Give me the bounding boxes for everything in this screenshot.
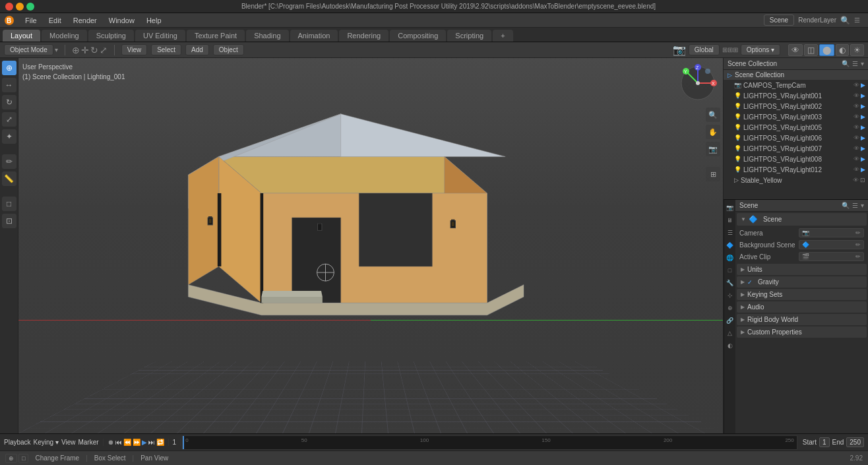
custom-properties-section-header[interactable]: ▶ Custom Properties (737, 326, 867, 338)
prop-output-icon[interactable]: 🖥 (725, 215, 735, 226)
move-tool-icon[interactable]: ✛ (81, 45, 89, 55)
menu-edit[interactable]: Edit (44, 15, 67, 26)
tab-shading[interactable]: Shading (246, 30, 288, 42)
eye-icon-2[interactable]: 👁 (853, 92, 859, 99)
prop-modifier-icon[interactable]: 🔧 (725, 278, 735, 288)
mode-dropdown-icon[interactable]: ▾ (55, 46, 58, 53)
menu-window[interactable]: Window (104, 15, 140, 26)
scale-tool[interactable]: ⤢ (2, 112, 16, 127)
menu-help[interactable]: Help (141, 15, 167, 26)
step-fwd-button[interactable]: ⏩ (133, 439, 140, 446)
viewport-camera-icon[interactable]: 📷 (673, 44, 686, 56)
tab-animation[interactable]: Animation (290, 30, 338, 42)
prop-constraints-icon[interactable]: 🔗 (725, 315, 735, 326)
eye-icon-6[interactable]: 👁 (853, 135, 859, 141)
measure-tool[interactable]: 📏 (2, 171, 16, 186)
prop-world-icon[interactable]: 🌐 (725, 253, 735, 263)
prop-render-icon[interactable]: 📷 (725, 202, 735, 213)
props-search-icon[interactable]: 🔍 (842, 202, 850, 209)
eye-icon-7[interactable]: 👁 (853, 145, 859, 152)
zoom-icon[interactable]: 🔍 (706, 108, 720, 122)
prop-object-icon[interactable]: □ (725, 265, 735, 276)
outliner-item-campos[interactable]: 📷 CAMPOS_TempCam 👁 ▶ (731, 80, 868, 90)
outliner-item-light7[interactable]: 💡 LIGHTPOS_VRayLight007 👁 ▶ (731, 143, 868, 154)
eye-icon-1[interactable]: 👁 (853, 82, 859, 88)
outliner-item-light5[interactable]: 💡 LIGHTPOS_VRayLight005 👁 ▶ (731, 122, 868, 133)
bg-scene-value[interactable]: 🔷 ✏ (799, 240, 864, 249)
outliner-item-light1[interactable]: 💡 LIGHTPOS_VRayLight001 👁 ▶ (731, 90, 868, 101)
props-filter-icon[interactable]: ☰ (852, 202, 858, 209)
start-frame-value[interactable]: 1 (819, 437, 830, 447)
blender-logo[interactable]: B (3, 14, 16, 27)
global-selector[interactable]: Global (689, 44, 720, 55)
maximize-button[interactable] (26, 3, 34, 11)
viewport-3d[interactable]: User Perspective (1) Scene Collection | … (18, 58, 723, 433)
material-view-icon[interactable]: ◐ (836, 44, 849, 56)
pan-icon[interactable]: ✋ (706, 125, 720, 139)
restrict-icon-5[interactable]: ▶ (861, 124, 865, 131)
audio-section-header[interactable]: ▶ Audio (737, 301, 867, 313)
outliner-item-light6[interactable]: 💡 LIGHTPOS_VRayLight006 👁 ▶ (731, 133, 868, 143)
tab-scripting[interactable]: Scripting (447, 30, 491, 42)
restrict-icon-4[interactable]: ▶ (861, 113, 865, 120)
box-select-button[interactable]: □ (18, 454, 28, 463)
mode-selector[interactable]: Object Mode ▾ (4, 44, 58, 55)
rigid-body-section-header[interactable]: ▶ Rigid Body World (737, 314, 867, 325)
view-menu[interactable]: View (121, 44, 148, 55)
tab-rendering[interactable]: Rendering (339, 30, 388, 42)
timeline-ruler[interactable]: 0 50 100 150 200 250 (182, 435, 797, 450)
select-mode-button[interactable]: ⊕ (5, 454, 17, 463)
camera-value[interactable]: 📷 ✏ (799, 228, 864, 237)
camera-perspective-icon[interactable]: 📷 (706, 142, 720, 156)
scene-selector[interactable]: Scene (764, 15, 794, 26)
rotate-tool-icon[interactable]: ↻ (90, 45, 98, 55)
transform-tool[interactable]: ✦ (2, 129, 16, 144)
tab-add[interactable]: + (493, 30, 512, 42)
tab-texture-paint[interactable]: Texture Paint (187, 30, 245, 42)
end-frame-value[interactable]: 250 (846, 437, 864, 447)
record-button[interactable]: ⏺ (108, 439, 114, 446)
extrude-tool[interactable]: ⊡ (2, 214, 16, 228)
prop-scene-icon[interactable]: 🔷 (725, 240, 735, 251)
tab-sculpting[interactable]: Sculpting (88, 30, 134, 42)
outliner-item-light8[interactable]: 💡 LIGHTPOS_VRayLight008 👁 ▶ (731, 154, 868, 164)
outliner-item-light2[interactable]: 💡 LIGHTPOS_VRayLight002 👁 ▶ (731, 101, 868, 111)
annotate-tool[interactable]: ✏ (2, 154, 16, 169)
cursor-tool-icon[interactable]: ⊕ (72, 45, 80, 55)
viewport-gizmo[interactable]: X Y Z (678, 63, 718, 103)
restrict-icon-9[interactable]: ▶ (861, 166, 865, 173)
scene-section-header[interactable]: ▼ 🔷 Scene (737, 213, 867, 226)
skip-end-button[interactable]: ⏭ (148, 439, 155, 446)
outliner-item-light3[interactable]: 💡 LIGHTPOS_VRayLight003 👁 ▶ (731, 111, 868, 122)
tab-modeling[interactable]: Modeling (42, 30, 87, 42)
add-menu[interactable]: Add (185, 44, 209, 55)
solid-view-icon[interactable]: ⬤ (819, 44, 834, 56)
current-frame-display[interactable]: 1 (169, 439, 181, 446)
options-button[interactable]: Options ▾ (741, 44, 780, 55)
tab-uv-editing[interactable]: UV Editing (135, 30, 185, 42)
filter-header-icon[interactable]: ☰ (854, 16, 860, 24)
play-button[interactable]: ▶ (142, 439, 147, 446)
eye-icon-3[interactable]: 👁 (853, 103, 859, 109)
restrict-icon-6[interactable]: ▶ (861, 135, 865, 141)
rotate-tool[interactable]: ↻ (2, 95, 16, 109)
menu-render[interactable]: Render (68, 15, 102, 26)
prop-material-icon[interactable]: ◐ (725, 340, 735, 351)
outliner-search-icon[interactable]: 🔍 (842, 60, 850, 67)
move-tool[interactable]: ↔ (2, 78, 16, 92)
mode-button[interactable]: Object Mode (4, 44, 53, 55)
prop-physics-icon[interactable]: ⊕ (725, 303, 735, 313)
units-section-header[interactable]: ▶ Units (737, 264, 867, 275)
rendered-view-icon[interactable]: ☀ (850, 44, 864, 56)
minimize-button[interactable] (16, 3, 24, 11)
prop-particles-icon[interactable]: ⊹ (725, 290, 735, 301)
restrict-icon-1[interactable]: ▶ (861, 82, 865, 88)
eye-icon-9[interactable]: 👁 (853, 166, 859, 173)
outliner-filter-icon[interactable]: ☰ (852, 60, 858, 67)
window-controls[interactable] (5, 3, 34, 11)
restrict-icon-3[interactable]: ▶ (861, 103, 865, 109)
close-button[interactable] (5, 3, 13, 11)
skip-start-button[interactable]: ⏮ (115, 439, 122, 446)
gravity-section-header[interactable]: ▶ ✓ Gravity (737, 276, 867, 288)
add-cube-tool[interactable]: □ (2, 197, 16, 211)
